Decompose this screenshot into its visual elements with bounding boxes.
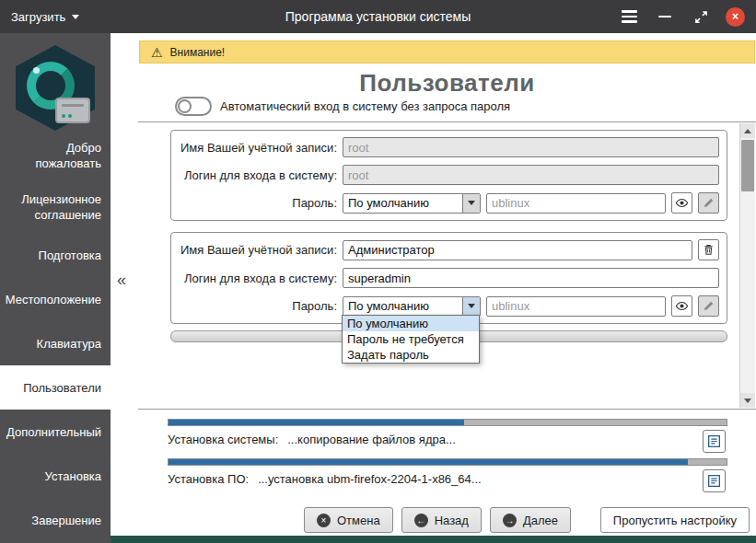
close-button[interactable]: × <box>726 7 745 27</box>
page-title: Пользователи <box>138 69 756 98</box>
triangle-down-icon <box>744 399 751 403</box>
footer-buttons: × Отмена ← Назад → Далее Пропустить наст… <box>304 507 750 533</box>
system-progress-label: Установка системы: <box>168 433 278 446</box>
toggle-knob <box>178 99 192 113</box>
password-mode-select-root[interactable]: По умолчанию <box>343 193 481 214</box>
password-label: Пароль: <box>179 196 337 210</box>
password-input-root[interactable] <box>486 193 666 214</box>
installer-steps-nav: Добро пожаловать Лицензионное соглашение… <box>0 130 110 542</box>
sidebar-item-additional[interactable]: Дополнительный <box>0 410 110 454</box>
delete-user-button[interactable] <box>698 239 719 260</box>
back-arrow-icon: ← <box>414 514 428 527</box>
next-button[interactable]: → Далее <box>490 507 571 533</box>
software-progress-label: Установка ПО: <box>168 472 249 486</box>
user-group-admin: Имя Вашей учётной записи: Лог <box>170 232 727 324</box>
menu-item-no-password[interactable]: Пароль не требуется <box>343 331 479 347</box>
system-progress-row: Установка системы: ...копирование файлов… <box>168 433 456 446</box>
edit-password-button-root <box>698 192 719 214</box>
footer-panel: Установка системы: ...копирование файлов… <box>138 410 756 543</box>
scroll-up-button[interactable] <box>740 123 755 138</box>
software-progress-fill <box>169 459 688 465</box>
account-name-input-root <box>343 137 719 157</box>
log-icon <box>706 433 722 449</box>
autologin-toggle[interactable] <box>175 97 212 116</box>
sidebar-item-welcome[interactable]: Добро пожаловать <box>0 130 110 181</box>
show-password-button-admin[interactable] <box>671 295 692 317</box>
log-icon <box>706 473 722 489</box>
software-log-button[interactable] <box>703 469 726 492</box>
account-name-label: Имя Вашей учётной записи: <box>179 141 337 155</box>
scrollbar-thumb[interactable] <box>741 140 754 191</box>
sidebar-collapse-button[interactable]: « <box>110 33 138 543</box>
autologin-label: Автоматический вход в систему без запрос… <box>220 99 510 113</box>
login-label: Логин для входа в систему: <box>179 168 337 182</box>
system-progress-fill <box>169 420 464 425</box>
next-label: Далее <box>523 514 558 527</box>
skip-label: Пропустить настройку <box>613 514 737 527</box>
minimize-icon <box>658 16 671 18</box>
account-name-input-admin[interactable] <box>343 240 692 260</box>
login-label: Логин для входа в систему: <box>179 272 337 285</box>
sidebar-item-license[interactable]: Лицензионное соглашение <box>0 181 110 233</box>
sidebar: Добро пожаловать Лицензионное соглашение… <box>0 33 110 543</box>
password-mode-value: По умолчанию <box>343 196 462 210</box>
software-progressbar <box>168 458 727 466</box>
user-group-root: Имя Вашей учётной записи: Логин для вход… <box>170 130 727 221</box>
scroll-down-button[interactable] <box>740 393 755 408</box>
password-mode-value: По умолчанию <box>343 299 462 313</box>
ublinux-logo <box>0 33 110 130</box>
system-log-button[interactable] <box>703 430 726 453</box>
password-mode-select-admin[interactable]: По умолчанию <box>343 296 481 317</box>
eye-icon <box>674 195 690 211</box>
hamburger-icon <box>622 10 637 23</box>
caret-down-icon <box>72 15 79 19</box>
warning-banner[interactable]: ⚠ Внимание! <box>139 40 755 64</box>
warning-icon: ⚠ <box>151 46 163 59</box>
eye-icon <box>674 298 690 314</box>
resize-icon <box>694 10 708 24</box>
chevron-down-icon <box>462 297 480 316</box>
system-progress-status: ...копирование файлов ядра... <box>287 433 456 446</box>
next-arrow-icon: → <box>503 514 517 527</box>
sidebar-item-location[interactable]: Местоположение <box>0 277 110 321</box>
vertical-scrollbar[interactable] <box>739 123 755 408</box>
show-password-button-root[interactable] <box>671 192 692 214</box>
sidebar-item-finish[interactable]: Завершение <box>0 498 110 542</box>
cancel-icon: × <box>317 514 331 527</box>
window-controls: × <box>618 6 745 28</box>
menu-item-default[interactable]: По умолчанию <box>343 316 479 331</box>
sidebar-item-users[interactable]: Пользователи <box>0 365 110 410</box>
sidebar-item-preparation[interactable]: Подготовка <box>0 233 110 277</box>
titlebar: Загрузить Программа установки системы × <box>0 0 756 33</box>
collapse-chevron-icon: « <box>117 271 126 290</box>
warning-text: Внимание! <box>170 46 226 59</box>
resize-button[interactable] <box>690 6 712 28</box>
trash-icon <box>702 243 715 257</box>
autologin-row: Автоматический вход в систему без запрос… <box>175 97 510 116</box>
login-input-admin[interactable] <box>343 268 719 288</box>
back-button[interactable]: ← Назад <box>401 507 482 533</box>
skip-setup-button[interactable]: Пропустить настройку <box>600 507 750 533</box>
load-button[interactable]: Загрузить <box>11 10 79 24</box>
minimize-button[interactable] <box>654 6 676 28</box>
sidebar-item-install[interactable]: Установка <box>0 454 110 498</box>
menu-item-set-password[interactable]: Задать пароль <box>343 347 479 363</box>
users-scroll-area: Имя Вашей учётной записи: Логин для вход… <box>138 121 756 410</box>
password-mode-menu: По умолчанию Пароль не требуется Задать … <box>342 315 480 364</box>
pencil-icon <box>702 299 715 313</box>
menu-button[interactable] <box>618 6 640 28</box>
logo-spark <box>33 67 40 74</box>
cancel-label: Отмена <box>337 514 380 527</box>
account-name-label: Имя Вашей учётной записи: <box>179 243 337 257</box>
window-bottom-strip <box>110 536 756 543</box>
cancel-button[interactable]: × Отмена <box>304 507 393 533</box>
installer-window: Загрузить Программа установки системы × <box>0 0 756 543</box>
load-button-label: Загрузить <box>11 10 65 24</box>
system-progressbar <box>168 419 727 426</box>
sidebar-item-keyboard[interactable]: Клавиатура <box>0 321 110 365</box>
password-input-admin[interactable] <box>486 296 666 317</box>
triangle-up-icon <box>744 129 751 133</box>
login-input-root <box>343 165 719 185</box>
logo-computer-icon <box>55 98 90 123</box>
main-content: ⚠ Внимание! Пользователи Автоматический … <box>138 33 756 543</box>
